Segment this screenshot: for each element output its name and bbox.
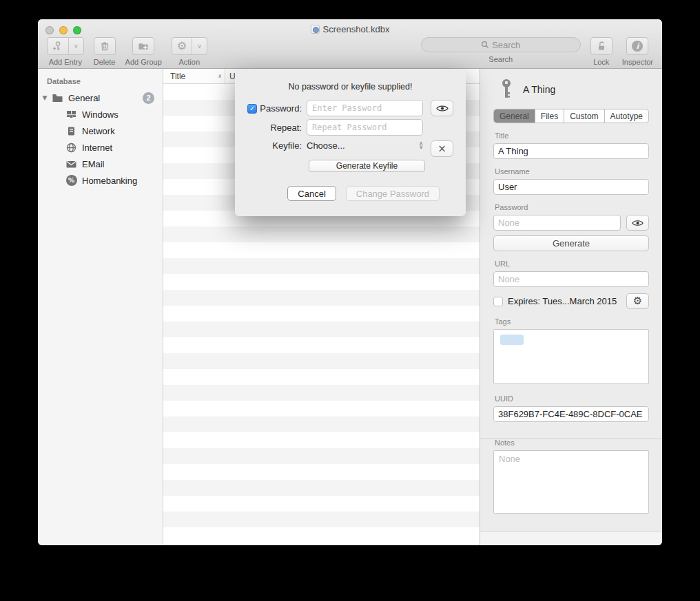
expires-row: Expires: Tues...March 2015 ⚙ — [493, 293, 649, 309]
lock-button[interactable] — [590, 37, 612, 55]
uuid-field[interactable] — [493, 406, 649, 422]
keyfile-label: Keyfile: — [235, 140, 307, 151]
table-row[interactable] — [163, 369, 480, 385]
notes-field[interactable] — [493, 450, 649, 514]
table-row[interactable] — [163, 258, 480, 274]
show-password-button[interactable] — [431, 100, 453, 116]
unlocked-padlock-icon — [591, 38, 612, 54]
uuid-label: UUID — [495, 394, 649, 403]
enter-password-input[interactable] — [307, 100, 423, 116]
search-placeholder: Search — [492, 40, 520, 50]
add-group-label: Add Group — [125, 58, 162, 66]
table-row[interactable] — [163, 496, 480, 512]
sidebar-item-label: Homebanking — [82, 176, 137, 186]
table-row[interactable] — [163, 337, 480, 353]
table-row[interactable] — [163, 274, 480, 290]
tab-custom[interactable]: Custom — [564, 109, 604, 123]
cancel-button[interactable]: Cancel — [287, 186, 336, 201]
tag-pill[interactable] — [500, 335, 524, 345]
keyfile-value: Choose... — [307, 140, 345, 151]
key-icon — [499, 78, 514, 101]
table-row[interactable] — [163, 306, 480, 321]
entry-count-badge: 2 — [143, 92, 154, 104]
sidebar-item-label: EMail — [82, 159, 105, 169]
password-field[interactable] — [493, 215, 621, 231]
clear-keyfile-button[interactable]: × — [431, 140, 453, 157]
sidebar-item-email[interactable]: EMail — [38, 156, 163, 172]
repeat-label: Repeat: — [235, 123, 307, 133]
inspector-panel: A Thing General Files Custom Autotype Ti… — [480, 69, 662, 545]
inspector-label: Inspector — [622, 58, 653, 66]
action-button[interactable]: ⚙ ∨ — [172, 37, 207, 55]
app-window: Screenshot.kdbx ∨ Add Entry — [38, 19, 662, 545]
toolbar-item-action: ⚙ ∨ Action — [172, 37, 207, 66]
title-field[interactable] — [493, 143, 649, 159]
delete-button[interactable] — [94, 37, 116, 55]
inspector-footer — [480, 531, 662, 545]
sidebar-item-network[interactable]: Network — [38, 123, 163, 139]
window-chrome: Screenshot.kdbx ∨ Add Entry — [38, 19, 662, 69]
table-row[interactable] — [163, 512, 480, 527]
table-row[interactable] — [163, 448, 480, 464]
trash-icon — [94, 38, 115, 54]
tab-general[interactable]: General — [494, 109, 535, 123]
password-checkbox[interactable]: ✓ — [247, 104, 257, 114]
inspector-button[interactable]: i — [626, 37, 648, 55]
password-field-label: Password — [495, 203, 649, 211]
sort-ascending-icon: ∧ — [218, 73, 222, 79]
sheet-message: No password or keyfile supplied! — [235, 69, 466, 92]
notes-label: Notes — [495, 439, 649, 447]
sidebar-item-homebanking[interactable]: % Homebanking — [38, 172, 163, 189]
table-row[interactable] — [163, 226, 480, 242]
toolbar-item-add-group: Add Group — [125, 37, 162, 66]
table-row[interactable] — [163, 321, 480, 337]
sidebar-item-internet[interactable]: Internet — [38, 139, 163, 156]
table-row[interactable] — [163, 385, 480, 401]
change-password-button[interactable]: Change Password — [346, 186, 440, 201]
url-field[interactable] — [493, 271, 649, 287]
table-row[interactable] — [163, 432, 480, 448]
sidebar-group-label: General — [68, 93, 100, 103]
tags-box[interactable] — [493, 329, 649, 384]
generate-password-button[interactable]: Generate — [493, 235, 649, 251]
toolbar-item-add-entry: ∨ Add Entry — [47, 37, 84, 66]
sheet-buttons: Cancel Change Password — [287, 186, 440, 201]
tab-autotype[interactable]: Autotype — [605, 109, 648, 123]
disclosure-triangle-icon[interactable]: ▼ — [38, 94, 52, 101]
expires-checkbox[interactable] — [493, 297, 503, 306]
table-row[interactable] — [163, 242, 480, 258]
close-x-icon: × — [438, 143, 446, 155]
add-entry-button[interactable]: ∨ — [47, 37, 84, 55]
search-input[interactable]: Search — [421, 37, 581, 52]
action-label: Action — [178, 58, 200, 66]
chevron-down-icon[interactable]: ∨ — [192, 38, 207, 54]
search-label: Search — [488, 55, 513, 63]
password-label: Password: — [260, 103, 302, 114]
table-row[interactable] — [163, 417, 480, 432]
tab-files[interactable]: Files — [535, 109, 564, 123]
add-group-button[interactable] — [132, 37, 154, 55]
divider — [480, 439, 662, 439]
table-row[interactable] — [163, 353, 480, 369]
keyfile-row: Keyfile: Choose... ∧∨ — [235, 140, 423, 151]
username-field[interactable] — [493, 179, 649, 195]
search-icon — [481, 41, 489, 49]
repeat-password-input[interactable] — [307, 119, 423, 136]
document-icon — [311, 25, 320, 34]
table-row[interactable] — [163, 290, 480, 306]
keyfile-popup[interactable]: Choose... ∧∨ — [307, 140, 423, 151]
expires-settings-button[interactable]: ⚙ — [626, 293, 649, 309]
sidebar-group-general[interactable]: ▼ General 2 — [38, 89, 163, 106]
table-row[interactable] — [163, 464, 480, 480]
toolbar: ∨ Add Entry Delete — [38, 37, 662, 66]
entry-title-heading: A Thing — [523, 84, 555, 95]
table-row[interactable] — [163, 401, 480, 417]
table-row[interactable] — [163, 527, 480, 543]
chevron-down-icon[interactable]: ∨ — [68, 38, 83, 54]
gear-icon: ⚙ — [172, 38, 192, 54]
generate-keyfile-button[interactable]: Generate Keyfile — [309, 160, 425, 172]
table-row[interactable] — [163, 480, 480, 496]
sidebar-item-windows[interactable]: Windows — [38, 106, 163, 123]
column-header-title[interactable]: Title ∧ — [163, 69, 225, 83]
reveal-password-button[interactable] — [626, 215, 649, 231]
